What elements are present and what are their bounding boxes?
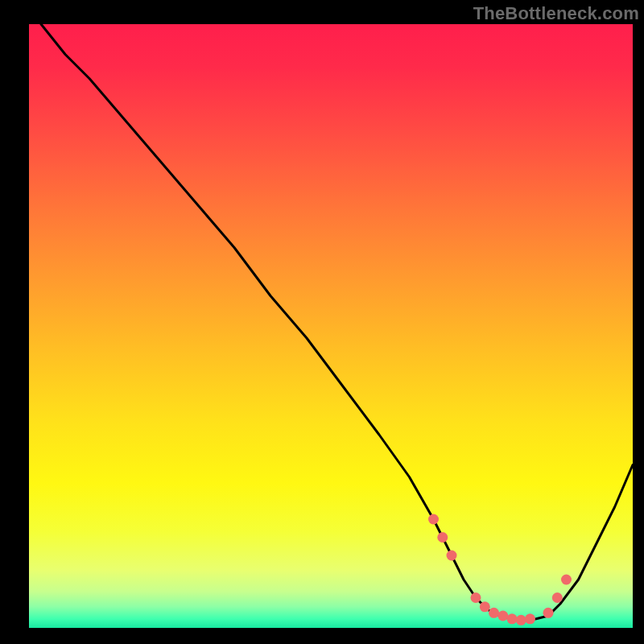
marker-dot — [516, 615, 526, 625]
marker-dot — [525, 613, 535, 624]
marker-dot — [543, 608, 554, 618]
marker-dot — [437, 532, 448, 543]
marker-dot — [507, 613, 518, 624]
marker-dot — [428, 514, 439, 525]
chart-stage: TheBottleneck.com — [0, 0, 644, 644]
marker-dot — [561, 575, 572, 585]
watermark-label: TheBottleneck.com — [473, 3, 639, 24]
marker-dot — [471, 592, 481, 603]
marker-dot — [497, 611, 508, 621]
marker-dot — [552, 592, 563, 603]
marker-dot — [447, 551, 457, 561]
marker-dot — [480, 601, 490, 612]
bottleneck-chart — [0, 0, 644, 644]
marker-dot — [489, 608, 499, 618]
